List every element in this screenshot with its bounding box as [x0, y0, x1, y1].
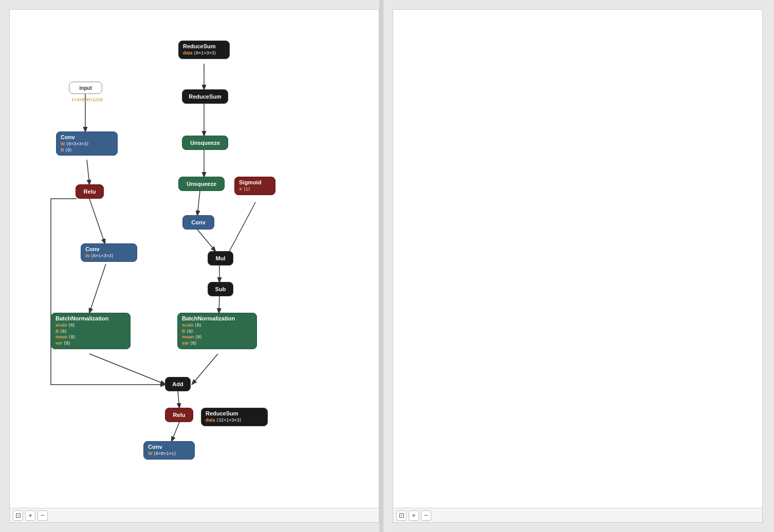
input-node-left: input [69, 82, 102, 94]
unsqueeze2-left-title: Unsqueeze [187, 181, 216, 187]
conv2-left: Conv W ⟨8×1×3×3⟩ [81, 243, 137, 262]
right-panel: input 1×3×800×1216 Conv W ⟨8×3×3×3⟩ B ⟨8… [393, 9, 763, 523]
reducesum2-left-title: ReduceSum [189, 93, 222, 100]
svg-line-5 [178, 391, 179, 408]
left-panel: input 1×3×800×1216 Conv W ⟨8×3×3×3⟩ B ⟨8… [9, 9, 379, 523]
sigmoid-left: Sigmoid X ⟨1⟩ [234, 177, 275, 195]
conv1-left-p2: B ⟨8⟩ [61, 147, 113, 154]
right-zoom-out-btn[interactable]: − [421, 510, 431, 521]
left-zoom-out-btn[interactable]: − [38, 510, 48, 521]
svg-line-1 [87, 160, 89, 184]
batchnorm1-p3: mean ⟨8⟩ [56, 334, 126, 340]
conv1-left-title: Conv [61, 134, 113, 140]
conv3-left-p1: W ⟨8×8×1×1⟩ [148, 451, 190, 457]
right-fit-btn[interactable]: ⊡ [396, 510, 407, 521]
reducesum1-p1: data ⟨8×1×3×3⟩ [183, 50, 225, 56]
right-zoom-in-btn[interactable]: + [409, 510, 419, 521]
reducesum3-left: ReduceSum data ⟨32×1×3×3⟩ [201, 408, 268, 426]
conv1-left: Conv W ⟨8×3×3×3⟩ B ⟨8⟩ [56, 131, 118, 156]
svg-line-10 [197, 191, 200, 215]
svg-line-4 [89, 354, 165, 384]
reducesum1-left: ReduceSum data ⟨8×1×3×3⟩ [178, 41, 230, 59]
left-toolbar: ⊡ + − [10, 508, 379, 522]
relu2-left-title: Relu [173, 412, 186, 418]
svg-line-6 [172, 422, 179, 441]
batchnorm1-p2: B ⟨8⟩ [56, 329, 126, 335]
batchnorm2-left-title: BatchNormalization [182, 315, 252, 321]
svg-line-12 [226, 202, 255, 258]
right-graph[interactable]: input 1×3×800×1216 Conv W ⟨8×3×3×3⟩ B ⟨8… [393, 10, 762, 522]
batchnorm2-p3: mean ⟨8⟩ [182, 334, 252, 340]
right-toolbar: ⊡ + − [393, 508, 762, 522]
batchnorm1-left: BatchNormalization scale ⟨8⟩ B ⟨8⟩ mean … [51, 313, 131, 349]
unsqueeze2-left: Unsqueeze [178, 177, 225, 191]
mul-left-title: Mul [216, 255, 226, 261]
left-zoom-in-btn[interactable]: + [25, 510, 35, 521]
conv3-left: Conv W ⟨8×8×1×1⟩ [143, 441, 195, 460]
unsqueeze1-left-title: Unsqueeze [190, 140, 220, 146]
sigmoid-p1: X ⟨1⟩ [239, 186, 271, 193]
svg-line-11 [197, 230, 215, 251]
main-container: input 1×3×800×1216 Conv W ⟨8×3×3×3⟩ B ⟨8… [0, 0, 774, 532]
reducesum3-p1: data ⟨32×1×3×3⟩ [206, 417, 263, 424]
conv2-left-title: Conv [85, 246, 133, 252]
right-arrows-svg [393, 10, 762, 522]
reducesum3-left-title: ReduceSum [206, 410, 263, 416]
sub-left-title: Sub [215, 286, 226, 292]
relu1-left-title: Relu [84, 188, 96, 195]
batchnorm2-p4: var ⟨8⟩ [182, 340, 252, 347]
relu1-left: Relu [76, 184, 104, 199]
batchnorm2-left: BatchNormalization scale ⟨8⟩ B ⟨8⟩ mean … [177, 313, 257, 349]
reducesum2-left: ReduceSum [182, 89, 228, 104]
unsqueeze1-left: Unsqueeze [182, 136, 228, 150]
batchnorm1-p1: scale ⟨8⟩ [56, 322, 126, 329]
svg-line-14 [219, 296, 219, 313]
conv3-left-title: Conv [148, 444, 190, 450]
svg-line-15 [192, 354, 218, 384]
panel-divider[interactable] [379, 0, 383, 532]
svg-line-3 [89, 264, 106, 313]
batchnorm2-p2: B ⟨8⟩ [182, 329, 252, 335]
add-left: Add [165, 377, 191, 391]
left-fit-btn[interactable]: ⊡ [13, 510, 23, 521]
add-left-title: Add [172, 381, 183, 387]
conv1-left-p1: W ⟨8×3×3×3⟩ [61, 141, 113, 147]
reducesum1-left-title: ReduceSum [183, 43, 225, 49]
mul-left: Mul [208, 251, 233, 265]
conv2-left-p1: W ⟨8×1×3×3⟩ [85, 253, 133, 259]
sub-left: Sub [208, 282, 233, 296]
batchnorm1-p4: var ⟨8⟩ [56, 340, 126, 347]
svg-line-2 [89, 199, 105, 243]
conv4-left: Conv [182, 215, 214, 230]
batchnorm2-p1: scale ⟨8⟩ [182, 322, 252, 329]
left-graph[interactable]: input 1×3×800×1216 Conv W ⟨8×3×3×3⟩ B ⟨8… [10, 10, 379, 522]
relu2-left: Relu [165, 408, 193, 422]
batchnorm1-left-title: BatchNormalization [56, 315, 126, 321]
input-label-left: input [79, 85, 91, 91]
sigmoid-left-title: Sigmoid [239, 179, 271, 185]
edge-label-l1: 1×3×800×1216 [71, 97, 103, 102]
conv4-left-title: Conv [191, 219, 206, 225]
